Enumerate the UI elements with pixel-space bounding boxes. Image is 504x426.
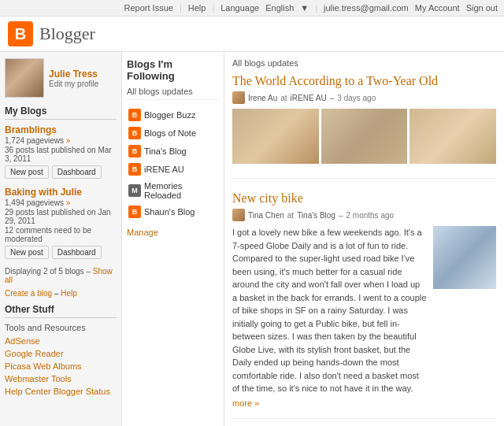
post-body-row-1: I got a lovely new bike a few weekends a… [232, 226, 496, 409]
blog-entry-baking: Baking with Julie 1,494 pageviews » 29 p… [5, 187, 117, 259]
displaying-text: Displaying 2 of 5 blogs – Show all [5, 267, 117, 284]
profile-edit-link[interactable]: Edit my profile [49, 80, 98, 88]
post-title-1: New city bike [232, 191, 496, 206]
post-entry-0: The World According to a Two-Year Old Ir… [232, 74, 496, 179]
my-account-link[interactable]: My Account [415, 3, 460, 13]
my-blogs-title: My Blogs [5, 106, 117, 120]
post-at-0: at [280, 94, 287, 102]
post-title-link-1[interactable]: New city bike [232, 191, 303, 205]
other-stuff-title: Other Stuff [5, 304, 117, 318]
list-item: Help Center Blogger Status [5, 386, 117, 397]
nav-divider-4: | [315, 3, 317, 13]
blogger-logo[interactable]: B [8, 21, 33, 46]
more-link-bramblings[interactable]: » [66, 136, 71, 145]
post-blog-1[interactable]: Tina's Blog [297, 211, 335, 220]
blog-name-bramblings[interactable]: Bramblings [5, 124, 117, 135]
post-separator-0: – [330, 94, 335, 102]
blog-pageviews-baking: 1,494 pageviews » [5, 198, 117, 207]
following-label-shauns-blog: Shaun's Blog [144, 207, 195, 217]
blog-name-baking[interactable]: Baking with Julie [5, 187, 117, 198]
following-label-memories-reloaded: Memories Reloaded [144, 181, 217, 200]
more-link-1[interactable]: more » [232, 398, 259, 408]
blog-btn-row-baking: New post Dashboard [5, 246, 117, 259]
new-post-btn-bramblings[interactable]: New post [5, 165, 49, 179]
memories-reloaded-icon: M [128, 184, 141, 197]
following-item-blogs-of-note[interactable]: B Blogs of Note [127, 124, 219, 142]
post-title-link-0[interactable]: The World According to a Two-Year Old [232, 74, 438, 87]
webmaster-link[interactable]: Webmaster Tools [5, 374, 72, 383]
nav-divider-1: | [180, 3, 182, 13]
list-item: Google Reader [5, 348, 117, 359]
post-author-0[interactable]: Irene Au [248, 94, 277, 102]
following-label-blogger-buzz: Blogger Buzz [144, 110, 195, 120]
following-item-blogger-buzz[interactable]: B Blogger Buzz [127, 106, 219, 124]
post-author-avatar-1 [232, 209, 245, 221]
site-title: Blogger [39, 24, 95, 44]
more-link-baking[interactable]: » [66, 198, 71, 207]
language-label: Language [220, 3, 259, 13]
post-author-1[interactable]: Tina Chen [248, 211, 284, 220]
dashboard-btn-bramblings[interactable]: Dashboard [52, 165, 102, 179]
following-item-tinas-blog[interactable]: B Tina's Blog [127, 143, 219, 160]
manage-anchor[interactable]: Manage [127, 228, 158, 237]
left-sidebar: Julie Tress Edit my profile My Blogs Bra… [0, 52, 122, 426]
sidebar-help-link[interactable]: Help [61, 289, 77, 298]
blog-comments-baking: 12 comments need to be moderated [5, 226, 117, 243]
profile-info: Julie Tress Edit my profile [49, 69, 98, 88]
help-link[interactable]: Help [188, 3, 206, 13]
blog-posts-baking: 29 posts last published on Jan 29, 2011 [5, 208, 117, 225]
create-blog-row: Create a blog – Help [5, 289, 117, 298]
adsense-link[interactable]: AdSense [5, 336, 40, 346]
dashboard-btn-baking[interactable]: Dashboard [52, 246, 102, 259]
following-all-updates[interactable]: All blogs updates [127, 87, 219, 100]
nav-divider-3: ▼ [300, 3, 309, 13]
post-images-0 [232, 109, 496, 164]
list-item: AdSense [5, 335, 117, 346]
following-item-shauns-blog[interactable]: B Shaun's Blog [127, 203, 219, 220]
post-meta-1: Tina Chen at Tina's Blog – 2 months ago [232, 209, 496, 221]
post-side-image-1 [433, 226, 496, 289]
post-separator-1: – [339, 211, 343, 220]
avatar[interactable] [5, 58, 44, 98]
separator: – [54, 289, 61, 298]
post-at-1: at [287, 211, 294, 220]
post-body-para-1: I got a lovely new bike a few weekends a… [232, 226, 427, 395]
post-blog-0[interactable]: iRENE AU [291, 94, 327, 102]
tinas-blog-icon: B [128, 145, 141, 157]
help-center-link[interactable]: Help Center Blogger Status [5, 387, 110, 396]
google-reader-link[interactable]: Google Reader [5, 349, 64, 358]
language-select[interactable]: English [265, 3, 294, 13]
blog-btn-row-bramblings: New post Dashboard [5, 165, 117, 179]
top-nav-right: Report Issue | Help | Language English ▼… [124, 3, 498, 13]
create-blog-link[interactable]: Create a blog [5, 289, 52, 298]
list-item: Picasa Web Albums [5, 361, 117, 372]
following-item-irene-au[interactable]: B iRENE AU [127, 161, 219, 178]
manage-link: Manage [127, 227, 219, 238]
site-header: B Blogger [0, 17, 504, 52]
profile-section: Julie Tress Edit my profile [5, 58, 117, 98]
following-label-irene-au: iRENE AU [144, 165, 184, 174]
following-title: Blogs I'm Following [127, 58, 219, 82]
profile-name[interactable]: Julie Tress [49, 69, 98, 80]
blogs-of-note-icon: B [128, 127, 141, 139]
post-image-0-1 [232, 109, 319, 164]
other-stuff-section: Other Stuff Tools and Resources AdSense … [5, 304, 117, 397]
post-body-text-1: I got a lovely new bike a few weekends a… [232, 226, 427, 409]
post-author-avatar-0 [232, 91, 245, 104]
post-title-0: The World According to a Two-Year Old [232, 74, 496, 88]
sign-out-link[interactable]: Sign out [466, 3, 498, 13]
main-content: All blogs updates The World According to… [224, 52, 504, 426]
tools-resources-label: Tools and Resources [5, 323, 117, 332]
picasa-link[interactable]: Picasa Web Albums [5, 361, 82, 371]
following-section: Blogs I'm Following All blogs updates B … [122, 52, 224, 426]
report-issue-link[interactable]: Report Issue [124, 3, 173, 13]
shauns-blog-icon: B [128, 206, 141, 218]
new-post-btn-baking[interactable]: New post [5, 246, 49, 259]
main-layout: Julie Tress Edit my profile My Blogs Bra… [0, 52, 504, 426]
blog-posts-bramblings: 36 posts last published on Mar 3, 2011 [5, 146, 117, 163]
top-navigation: Report Issue | Help | Language English ▼… [0, 0, 504, 17]
irene-au-icon: B [128, 163, 141, 176]
following-item-memories-reloaded[interactable]: M Memories Reloaded [127, 179, 219, 202]
blog-pageviews-bramblings: 1,724 pageviews » [5, 136, 117, 145]
following-label-blogs-of-note: Blogs of Note [144, 128, 196, 138]
